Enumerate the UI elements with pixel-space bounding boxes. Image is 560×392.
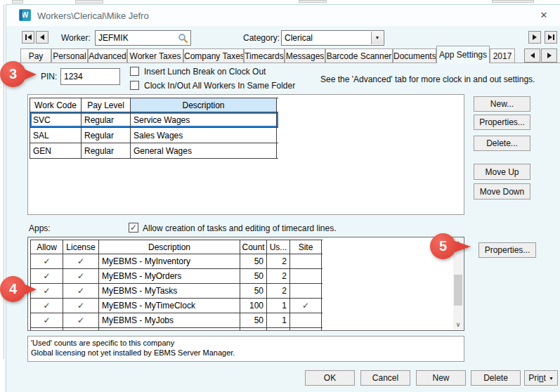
next-record-icon [533,34,537,40]
column-header[interactable]: Description [131,98,277,112]
tab-worker-taxes[interactable]: Worker Taxes [127,48,183,63]
tab-company-taxes[interactable]: Company Taxes [183,48,244,63]
cell-work-code: GEN [30,143,82,158]
worker-dialog: W Workers\Clerical\Mike Jefro ✕ Worker: … [6,4,560,392]
new-button[interactable]: New... [474,96,530,112]
global-licensing-note: Global licensing not yet installed by EB… [31,348,235,357]
cell-used: 2 [267,254,290,268]
next-record-button[interactable] [528,31,541,44]
app-row-mytasks[interactable]: ✓ ✓ MyEBMS - MyTasks 50 2 [31,284,323,299]
first-record-button[interactable] [22,31,34,44]
worker-label: Worker: [61,33,91,43]
cell-description: MyEBMS - MyJobs [99,313,240,327]
cell-used: 1 [267,313,290,327]
apps-label: Apps: [29,223,51,233]
callout-3-number: 3 [0,61,26,87]
worker-input[interactable]: JEFMIK [95,30,191,46]
footer-delete-button[interactable]: Delete [471,370,521,386]
lunch-break-checkbox[interactable] [130,67,139,76]
cell-pay-level: Regular [82,128,131,143]
callout-4-number: 4 [0,276,26,302]
allow-check-icon: ✓ [31,313,63,327]
cell-work-code: SVC [30,112,82,127]
column-header[interactable]: License [63,240,99,254]
callout-5-number: 5 [430,233,456,259]
tab-barcode-scanner[interactable]: Barcode Scanner [325,48,393,63]
footer-new-button[interactable]: New [416,370,466,386]
previous-record-button[interactable] [36,31,48,44]
site-check-icon [290,269,322,283]
app-row-partial[interactable]: MyEBMS - My 50 [31,328,323,331]
site-check-icon: ✓ [290,299,322,313]
tab-scroll-left-button[interactable] [524,48,540,63]
column-header[interactable]: Work Code [30,98,82,112]
app-row-myjobs[interactable]: ✓ ✓ MyEBMS - MyJobs 50 1 [31,313,323,328]
tab-personal[interactable]: Personal [51,48,88,63]
background-line [4,4,4,359]
tab-2017[interactable]: 2017 [490,48,515,63]
app-row-mytimeclock[interactable]: ✓ ✓ MyEBMS - MyTimeClock 100 1 ✓ [31,299,323,313]
properties-button[interactable]: Properties... [474,115,530,130]
cell-description: Sales Wages [131,128,277,143]
clock-all-checkbox[interactable] [130,81,139,90]
scrollbar-thumb[interactable] [454,275,462,306]
callout-3: 3 [0,61,38,87]
advanced-note: See the 'Advanced' tab for more clock in… [320,74,535,84]
tab-messages[interactable]: Messages [285,48,325,63]
cell-count: 50 [240,269,267,283]
close-icon[interactable]: ✕ [535,8,553,23]
category-value: Clerical [285,33,313,43]
work-codes-table: Work Code Pay Level Description SVC Regu… [30,98,278,159]
license-check-icon: ✓ [63,313,99,327]
move-up-button[interactable]: Move Up [474,164,530,180]
column-header[interactable]: Description [99,240,240,254]
cell-description: MyEBMS - MyTimeClock [99,299,240,313]
apps-properties-button[interactable]: Properties... [478,242,536,258]
allow-tasks-checkbox[interactable]: ✓ [129,223,138,233]
cancel-button[interactable]: Cancel [360,370,410,386]
cell-count: 50 [240,313,267,327]
search-icon[interactable] [178,33,188,46]
table-row-gen[interactable]: GEN Regular General Wages [30,143,278,159]
pin-input[interactable]: 1234 [60,68,120,85]
tab-documents[interactable]: Documents [393,48,436,63]
tab-app-settings[interactable]: App Settings [436,46,490,63]
apps-table: Allow License Description Count Us... Si… [30,240,323,331]
column-header[interactable]: Us... [267,240,290,254]
column-header[interactable]: Site [290,240,322,254]
background-artifact [299,0,327,3]
screen: W Workers\Clerical\Mike Jefro ✕ Worker: … [0,0,560,392]
scroll-down-icon[interactable]: ∨ [453,320,463,329]
cell-used: 1 [267,299,290,313]
tab-timecards[interactable]: Timecards [244,48,285,63]
app-row-myinventory[interactable]: ✓ ✓ MyEBMS - MyInventory 50 2 [31,254,323,269]
license-check-icon: ✓ [63,254,99,268]
ok-button[interactable]: OK [305,370,355,386]
delete-button[interactable]: Delete... [474,136,530,151]
cell-count: 50 [240,254,267,268]
chevron-down-icon[interactable]: ▼ [371,32,383,44]
allow-check-icon [31,328,63,331]
cell-count: 100 [240,299,267,313]
table-row-svc[interactable]: SVC Regular Service Wages [30,112,278,128]
work-codes-panel: Work Code Pay Level Description SVC Regu… [27,94,464,215]
callout-5: 5 [430,233,472,259]
column-header[interactable]: Allow [31,240,63,254]
pin-value: 1234 [64,72,83,81]
column-header[interactable]: Pay Level [82,98,131,112]
column-header[interactable]: Count [240,240,267,254]
move-down-button[interactable]: Move Down [474,183,530,200]
clock-all-label: Clock In/Out All Workers In Same Folder [144,81,295,91]
table-row-sal[interactable]: SAL Regular Sales Wages [30,128,278,143]
category-select[interactable]: Clerical ▼ [281,30,384,46]
cell-description: MyEBMS - My [99,328,240,331]
tab-scroll-right-button[interactable] [541,48,557,63]
lunch-break-label: Insert Lunch Break on Clock Out [144,67,266,77]
license-check-icon: ✓ [63,269,99,283]
app-row-myorders[interactable]: ✓ ✓ MyEBMS - MyOrders 50 2 [31,269,323,284]
category-label: Category: [243,33,280,43]
tab-advanced[interactable]: Advanced [88,48,127,63]
last-record-button[interactable] [545,31,557,44]
print-button[interactable]: Print ▼ [524,370,558,386]
cell-used: 2 [267,284,290,298]
